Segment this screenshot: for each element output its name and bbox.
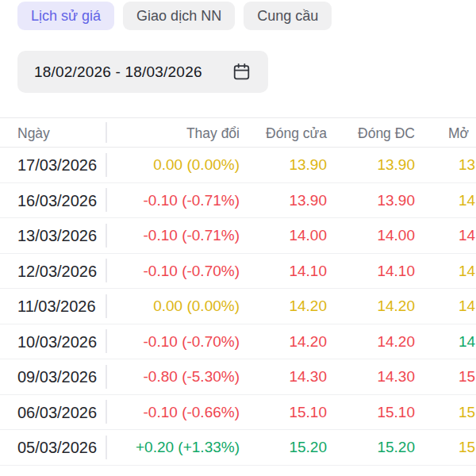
close-cell: 13.90 bbox=[248, 183, 327, 219]
table-row: 13/03/2026-0.10 (-0.71%)14.0014.0014 bbox=[0, 218, 476, 254]
header-close: Đóng cửa bbox=[248, 118, 327, 148]
date-cell: 11/03/2026 bbox=[17, 289, 96, 324]
adj-close-cell: 14.10 bbox=[336, 254, 415, 290]
table-row: 06/03/2026-0.10 (-0.66%)15.1015.1015 bbox=[0, 395, 476, 431]
date-cell: 16/03/2026 bbox=[17, 183, 97, 219]
open-cell: 15 bbox=[459, 395, 475, 431]
table-row: 09/03/2026-0.80 (-5.30%)14.3014.3015 bbox=[0, 359, 476, 395]
adj-close-cell: 14.20 bbox=[336, 289, 415, 324]
price-history-table[interactable]: Ngày Thay đổi Đóng cửa Đóng ĐC Mở 17/03/… bbox=[0, 117, 476, 466]
date-range-value: 18/02/2026 - 18/03/2026 bbox=[34, 63, 202, 81]
calendar-icon[interactable] bbox=[231, 61, 252, 83]
change-cell: +0.20 (+1.33%) bbox=[119, 430, 240, 466]
header-open: Mở bbox=[448, 118, 469, 148]
open-cell: 14 bbox=[459, 218, 475, 254]
change-cell: -0.10 (-0.66%) bbox=[119, 395, 240, 431]
open-cell: 14 bbox=[459, 324, 475, 360]
tab-price-history[interactable]: Lịch sử giá bbox=[17, 2, 114, 30]
close-cell: 14.00 bbox=[248, 218, 327, 254]
adj-close-cell: 14.30 bbox=[336, 359, 415, 395]
column-divider bbox=[106, 436, 107, 459]
date-range-picker[interactable]: 18/02/2026 - 18/03/2026 bbox=[17, 51, 268, 93]
column-divider bbox=[106, 224, 107, 248]
column-divider bbox=[106, 365, 107, 389]
adj-close-cell: 14.00 bbox=[336, 218, 415, 254]
table-body: 17/03/20260.00 (0.00%)13.9013.901316/03/… bbox=[0, 148, 476, 466]
adj-close-cell: 14.20 bbox=[336, 324, 415, 360]
change-cell: -0.10 (-0.70%) bbox=[119, 324, 240, 360]
tab-supply-demand[interactable]: Cung cầu bbox=[244, 2, 332, 30]
column-divider bbox=[106, 259, 107, 282]
tab-bar: Lịch sử giá Giao dịch NN Cung cầu bbox=[17, 2, 332, 30]
adj-close-cell: 15.20 bbox=[336, 430, 415, 466]
close-cell: 14.20 bbox=[248, 324, 327, 360]
date-cell: 05/03/2026 bbox=[17, 430, 97, 466]
change-cell: -0.10 (-0.71%) bbox=[119, 183, 240, 219]
date-cell: 09/03/2026 bbox=[17, 359, 97, 395]
adj-close-cell: 13.90 bbox=[336, 183, 415, 219]
close-cell: 14.30 bbox=[248, 359, 327, 395]
date-cell: 17/03/2026 bbox=[17, 148, 97, 183]
date-cell: 06/03/2026 bbox=[17, 395, 97, 431]
change-cell: -0.10 (-0.71%) bbox=[119, 218, 240, 254]
header-date: Ngày bbox=[17, 118, 50, 148]
open-cell: 14 bbox=[459, 254, 475, 290]
table-row: 10/03/2026-0.10 (-0.70%)14.2014.2014 bbox=[0, 324, 476, 360]
column-divider bbox=[106, 153, 107, 177]
close-cell: 13.90 bbox=[248, 148, 327, 183]
price-history-page: Lịch sử giá Giao dịch NN Cung cầu 18/02/… bbox=[0, 0, 476, 476]
tab-foreign-trading[interactable]: Giao dịch NN bbox=[123, 2, 235, 30]
adj-close-cell: 15.10 bbox=[336, 395, 415, 431]
open-cell: 13 bbox=[459, 148, 475, 183]
change-cell: -0.80 (-5.30%) bbox=[119, 359, 240, 395]
open-cell: 15 bbox=[459, 359, 475, 395]
close-cell: 14.10 bbox=[248, 254, 327, 290]
date-cell: 10/03/2026 bbox=[17, 324, 97, 360]
open-cell: 14 bbox=[459, 289, 475, 324]
open-cell: 15 bbox=[459, 430, 475, 466]
close-cell: 14.20 bbox=[248, 289, 327, 324]
column-divider bbox=[106, 329, 107, 353]
close-cell: 15.20 bbox=[248, 430, 327, 466]
date-cell: 12/03/2026 bbox=[17, 254, 97, 290]
adj-close-cell: 13.90 bbox=[336, 148, 415, 183]
column-divider bbox=[106, 400, 107, 424]
table-row: 16/03/2026-0.10 (-0.71%)13.9013.9014 bbox=[0, 183, 476, 219]
change-cell: 0.00 (0.00%) bbox=[119, 289, 240, 324]
date-cell: 13/03/2026 bbox=[17, 218, 97, 254]
column-divider bbox=[106, 122, 107, 142]
table-row: 05/03/2026+0.20 (+1.33%)15.2015.2015 bbox=[0, 430, 476, 466]
table-header-row: Ngày Thay đổi Đóng cửa Đóng ĐC Mở bbox=[0, 117, 476, 148]
open-cell: 14 bbox=[459, 183, 475, 219]
change-cell: -0.10 (-0.70%) bbox=[119, 254, 240, 290]
change-cell: 0.00 (0.00%) bbox=[119, 148, 240, 183]
header-adj-close: Đóng ĐC bbox=[336, 118, 415, 148]
table-row: 12/03/2026-0.10 (-0.70%)14.1014.1014 bbox=[0, 254, 476, 290]
close-cell: 15.10 bbox=[248, 395, 327, 431]
header-change: Thay đổi bbox=[119, 118, 240, 148]
table-row: 17/03/20260.00 (0.00%)13.9013.9013 bbox=[0, 148, 476, 183]
column-divider bbox=[106, 294, 107, 318]
column-divider bbox=[106, 188, 107, 212]
table-row: 11/03/20260.00 (0.00%)14.2014.2014 bbox=[0, 289, 476, 324]
